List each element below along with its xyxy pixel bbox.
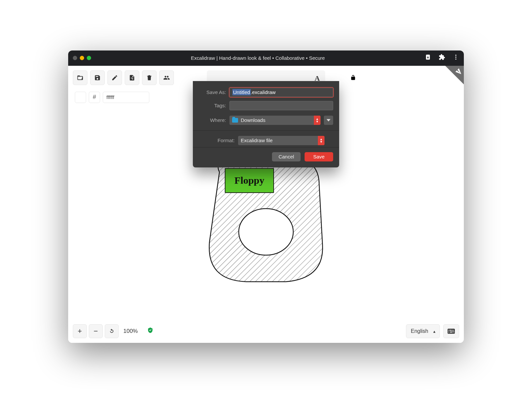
filename-extension: .excalidraw [251,89,276,95]
color-swatch[interactable] [75,92,86,103]
kebab-menu-icon[interactable] [453,54,459,62]
export-button[interactable] [125,70,139,85]
where-label: Where: [199,117,226,123]
sticky-note-text: Floppy [234,175,264,186]
app-window: Excalidraw | Hand-drawn look & feel • Co… [68,50,464,343]
svg-point-0 [455,55,456,56]
hex-prefix-label: # [89,92,100,103]
excalidraw-app: A 8 # [68,66,464,343]
svg-point-2 [455,58,456,59]
hex-input[interactable] [103,92,149,103]
bottom-bar: + − 100% English [73,324,459,338]
folder-icon [232,118,238,123]
window-close-button[interactable] [73,56,77,60]
clear-canvas-button[interactable] [142,70,157,85]
lock-toggle[interactable] [346,70,360,85]
extensions-icon[interactable] [439,54,445,62]
window-titlebar: Excalidraw | Hand-drawn look & feel • Co… [68,50,464,66]
zoom-percent-label[interactable]: 100% [121,328,140,335]
save-as-label: Save As: [199,89,226,95]
shortcuts-help-button[interactable] [443,324,459,338]
github-corner[interactable] [445,66,464,84]
filename-selected-portion: Untitled [232,89,251,95]
where-value: Downloads [241,117,265,123]
stepper-arrows-icon: ▲▼ [314,116,321,125]
format-value: Excalidraw file [241,138,273,143]
save-dialog: Save As: Untitled.excalidraw Tags: Where… [193,81,339,167]
stepper-arrows-icon: ▲▼ [318,136,325,145]
collaborate-button[interactable] [159,70,174,85]
save-as-input[interactable]: Untitled.excalidraw [229,88,333,97]
sticky-note: Floppy [225,168,274,193]
tags-label: Tags: [199,103,226,108]
format-label: Format: [207,138,235,143]
install-app-icon[interactable] [425,54,431,62]
language-select-value: English [411,328,428,334]
save-confirm-button[interactable]: Save [305,152,333,161]
language-select[interactable]: English [406,324,440,338]
file-toolbar [73,70,174,85]
background-color-picker: # [73,90,151,105]
where-popup[interactable]: Downloads ▲▼ [229,116,321,125]
format-popup[interactable]: Excalidraw file ▲▼ [238,136,325,145]
expand-locations-button[interactable] [324,116,333,125]
save-button[interactable] [90,70,105,85]
svg-point-6 [239,209,293,255]
traffic-lights [73,56,91,60]
window-zoom-button[interactable] [87,56,91,60]
encrypted-shield-icon[interactable] [147,327,154,336]
open-button[interactable] [73,70,87,85]
zoom-in-button[interactable]: + [73,324,87,338]
browser-extension-area [425,54,459,62]
window-minimize-button[interactable] [80,56,84,60]
tags-input[interactable] [229,101,333,110]
zoom-controls: + − 100% [73,324,140,338]
window-title: Excalidraw | Hand-drawn look & feel • Co… [91,55,425,61]
zoom-reset-button[interactable] [105,324,119,338]
zoom-out-button[interactable]: − [89,324,103,338]
svg-point-1 [455,56,456,57]
save-as-button[interactable] [107,70,122,85]
cancel-button[interactable]: Cancel [272,152,301,161]
